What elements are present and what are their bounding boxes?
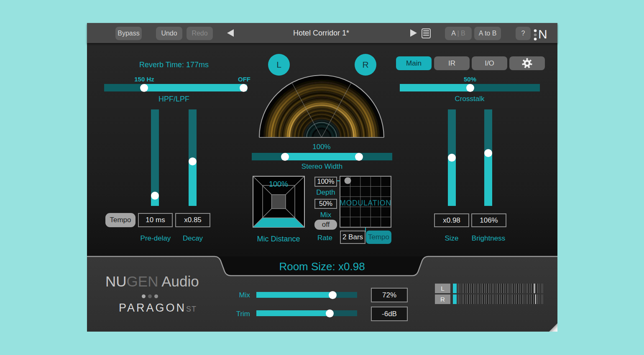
svg-text:MODULATION: MODULATION — [340, 199, 391, 207]
svg-text:N: N — [538, 27, 547, 41]
